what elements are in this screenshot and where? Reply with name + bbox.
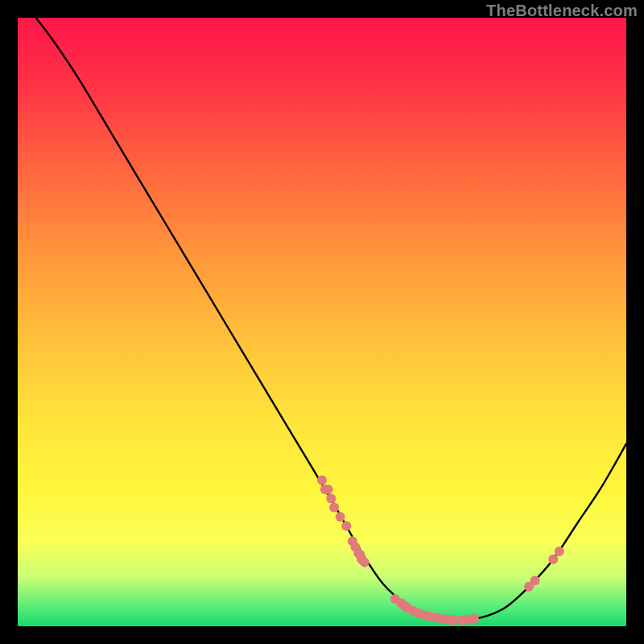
data-dot <box>317 476 327 485</box>
data-dot <box>469 613 479 623</box>
plot-area <box>18 18 626 626</box>
data-dot <box>341 521 351 530</box>
chart-stage: TheBottleneck.com <box>0 0 644 644</box>
data-dot <box>329 503 339 513</box>
data-dot <box>548 555 558 564</box>
data-dot <box>530 576 540 585</box>
bottleneck-curve <box>36 18 626 620</box>
data-dot <box>360 558 369 568</box>
data-dot <box>336 512 345 522</box>
data-dot <box>555 547 564 556</box>
data-dot <box>324 485 333 494</box>
data-dot <box>448 615 458 625</box>
data-dot <box>326 493 336 503</box>
chart-svg <box>18 18 626 626</box>
